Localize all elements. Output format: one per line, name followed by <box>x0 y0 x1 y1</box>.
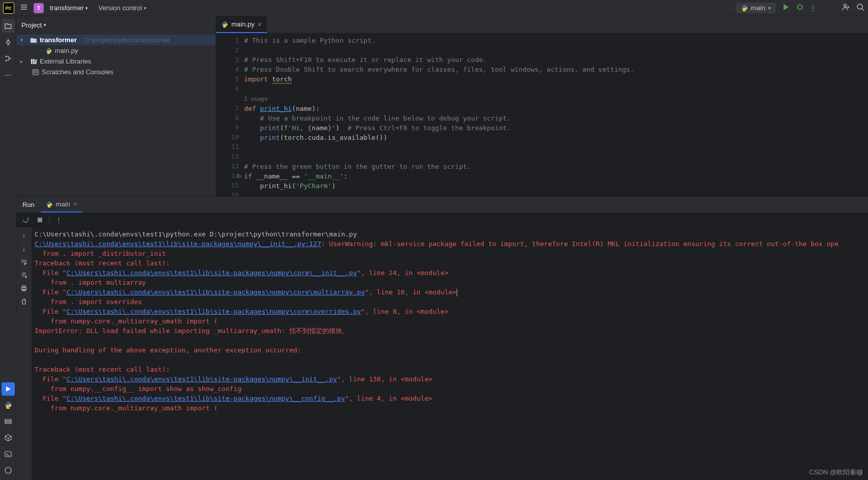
python-console-button[interactable] <box>2 399 15 412</box>
vcs-dropdown[interactable]: Version control ▾ <box>94 2 151 14</box>
code-with-me-button[interactable] <box>842 3 851 13</box>
gutter: 123456 7891011121314▷1516 <box>216 34 244 196</box>
editor-tab-main[interactable]: main.py × <box>216 16 267 33</box>
svg-point-0 <box>743 5 744 6</box>
svg-rect-10 <box>5 422 11 424</box>
clear-button[interactable] <box>19 296 29 307</box>
python-icon <box>741 5 748 12</box>
more-run-actions[interactable]: ⋮ <box>53 215 64 225</box>
python-packages-button[interactable] <box>2 431 15 444</box>
console-link[interactable]: C:\Users\tashi\.conda\envs\test1\lib\sit… <box>67 269 357 277</box>
python-icon <box>221 21 228 28</box>
soft-wrap-button[interactable] <box>19 257 29 267</box>
rerun-button[interactable] <box>20 215 31 225</box>
project-dropdown[interactable]: transformer ▾ <box>47 2 91 14</box>
scroll-to-end-button[interactable] <box>19 270 29 280</box>
search-button[interactable] <box>856 3 865 13</box>
console-link[interactable]: C:\Users\tashi\.conda\envs\test1\lib\sit… <box>67 288 365 296</box>
svg-rect-17 <box>38 218 42 222</box>
expand-icon[interactable]: ▾ <box>20 37 27 43</box>
problems-tool-button[interactable] <box>2 464 15 477</box>
chevron-down-icon: ▾ <box>85 6 88 11</box>
tree-file-label: main.py <box>55 47 78 54</box>
console-link[interactable]: C:\Users\tashi\.conda\envs\test1\lib\sit… <box>35 240 321 248</box>
run-gutter-icon[interactable]: ▷ <box>238 171 242 181</box>
project-tool-button[interactable] <box>2 19 15 33</box>
app-icon: PC <box>3 3 14 14</box>
svg-point-1 <box>745 10 745 11</box>
tree-scratches-label: Scratches and Consoles <box>42 68 113 76</box>
vcs-label: Version control <box>98 4 142 12</box>
svg-rect-14 <box>33 59 35 64</box>
run-config-name: main <box>751 4 765 12</box>
code-content[interactable]: # This is a sample Python script. # Pres… <box>244 34 634 196</box>
tree-file-main[interactable]: main.py <box>16 45 216 56</box>
console-link[interactable]: C:\Users\tashi\.conda\envs\test1\lib\sit… <box>67 375 337 383</box>
services-tool-button[interactable] <box>2 415 15 428</box>
chevron-down-icon: ▾ <box>44 22 46 27</box>
close-run-tab-icon[interactable]: × <box>73 200 77 208</box>
svg-point-2 <box>798 5 802 9</box>
run-config-selector[interactable]: main ▾ <box>736 3 776 13</box>
print-button[interactable] <box>19 283 29 293</box>
structure-tool-button[interactable] <box>2 52 15 65</box>
project-name-label: transformer <box>50 4 83 12</box>
svg-point-3 <box>844 5 847 7</box>
svg-point-4 <box>857 4 862 9</box>
scratches-icon <box>32 69 40 76</box>
chevron-down-icon: ▾ <box>768 6 771 11</box>
editor-tab-label: main.py <box>231 20 255 28</box>
tree-root-name: transformer <box>40 36 77 44</box>
svg-point-5 <box>7 41 10 44</box>
run-tab-main[interactable]: main × <box>41 197 82 213</box>
run-button[interactable] <box>781 3 790 13</box>
usage-hint[interactable]: 1 usage <box>244 96 267 102</box>
svg-point-8 <box>9 58 11 59</box>
top-toolbar: PC T transformer ▾ Version control ▾ mai… <box>0 0 868 16</box>
terminal-tool-button[interactable] <box>2 447 15 461</box>
close-tab-icon[interactable]: × <box>258 20 262 28</box>
python-icon <box>46 201 53 208</box>
up-stack-button[interactable]: ↑ <box>19 230 29 241</box>
debug-button[interactable] <box>795 3 804 13</box>
expand-icon[interactable]: ▸ <box>20 58 27 64</box>
watermark: CSDN @欧阳秦穆 <box>809 468 863 477</box>
svg-rect-19 <box>22 286 25 287</box>
project-title: Project <box>21 21 42 29</box>
tree-scratches[interactable]: Scratches and Consoles <box>16 67 216 77</box>
run-tool-button[interactable] <box>2 382 15 396</box>
more-tool-button[interactable]: ⋯ <box>2 68 15 81</box>
python-icon <box>45 47 53 54</box>
tree-extlib-label: External Libraries <box>40 57 91 65</box>
console-output[interactable]: C:\Users\tashi\.conda\envs\test1\python.… <box>32 227 868 480</box>
library-icon <box>29 58 38 65</box>
main-menu-button[interactable] <box>17 1 31 15</box>
left-tool-rail: ⋯ <box>0 16 16 480</box>
down-stack-button[interactable]: ↓ <box>19 244 29 254</box>
project-tree: ▾ transformer D:\project\python\transfor… <box>16 34 216 196</box>
run-tab-label: main <box>56 200 70 208</box>
code-area[interactable]: 123456 7891011121314▷1516 # This is a sa… <box>216 34 868 196</box>
folder-icon <box>29 37 38 44</box>
commit-tool-button[interactable] <box>2 36 15 49</box>
run-panel: Run main × ⋮ <box>16 197 868 480</box>
svg-rect-16 <box>33 70 38 75</box>
svg-rect-9 <box>5 419 11 421</box>
run-toolbar: ⋮ <box>16 213 868 227</box>
run-panel-title: Run <box>16 197 41 213</box>
svg-rect-13 <box>31 59 33 64</box>
project-badge-icon: T <box>34 3 44 13</box>
editor-tabs: main.py × <box>216 16 868 34</box>
project-panel: Project ▾ ▾ transformer D:\project\pytho… <box>16 16 216 196</box>
console-link[interactable]: C:\Users\tashi\.conda\envs\test1\lib\sit… <box>67 308 361 315</box>
console-link[interactable]: C:\Users\tashi\.conda\envs\test1\lib\sit… <box>67 395 345 402</box>
project-panel-header[interactable]: Project ▾ <box>16 16 216 34</box>
svg-point-12 <box>5 467 11 473</box>
tree-external-libraries[interactable]: ▸ External Libraries <box>16 56 216 67</box>
run-side-toolbar: ↑ ↓ <box>16 227 32 480</box>
more-actions-button[interactable]: ⋮ <box>810 4 816 12</box>
tree-root-folder[interactable]: ▾ transformer D:\project\python\transfor… <box>16 35 216 45</box>
tree-root-path: D:\project\python\transformer <box>84 36 170 44</box>
stop-button[interactable] <box>35 215 45 225</box>
chevron-down-icon: ▾ <box>144 6 146 11</box>
